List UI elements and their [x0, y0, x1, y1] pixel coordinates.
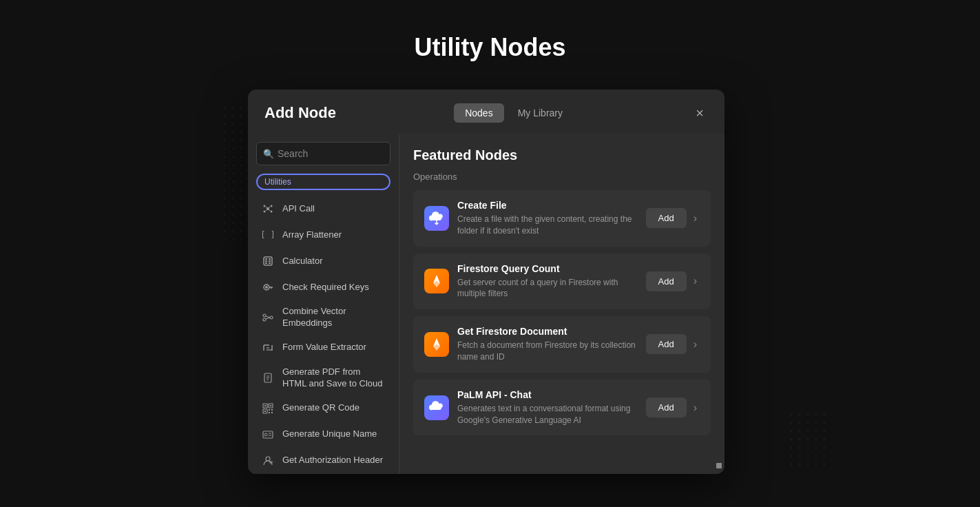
sidebar-label-generate-name: Generate Unique Name	[282, 428, 377, 440]
operations-label: Operations	[413, 172, 711, 182]
featured-nodes-title: Featured Nodes	[413, 147, 711, 163]
main-content: Featured Nodes Operations Create File Cr…	[399, 134, 724, 474]
auth-icon	[260, 453, 275, 468]
svg-rect-13	[269, 260, 271, 262]
svg-rect-43	[271, 412, 273, 413]
svg-point-17	[265, 286, 268, 289]
get-firestore-info: Get Firestore Document Fetch a document …	[457, 326, 638, 363]
svg-point-21	[263, 318, 266, 321]
svg-rect-9	[264, 257, 272, 265]
combine-icon	[260, 310, 275, 325]
firestore-query-name: Firestore Query Count	[457, 263, 638, 274]
decorative-dots-right	[787, 411, 828, 466]
modal-header: Add Node Nodes My Library ×	[248, 90, 724, 134]
get-firestore-icon	[424, 332, 449, 357]
svg-point-48	[266, 457, 270, 461]
modal-tabs: Nodes My Library	[454, 103, 574, 123]
add-node-modal: Add Node Nodes My Library × 🔍 Utilities …	[248, 90, 724, 474]
tab-my-library[interactable]: My Library	[507, 103, 574, 123]
search-input[interactable]	[256, 142, 390, 165]
svg-rect-12	[265, 260, 267, 262]
svg-point-1	[264, 205, 266, 207]
svg-rect-41	[271, 409, 273, 411]
modal-body: 🔍 Utilities API Call [ ] Array Flattener	[248, 134, 724, 474]
svg-line-24	[266, 318, 270, 319]
svg-rect-10	[265, 258, 267, 260]
add-palm-chat-button[interactable]: Add	[646, 397, 687, 417]
sidebar-item-calculator[interactable]: Calculator	[256, 248, 390, 274]
close-button[interactable]: ×	[691, 105, 708, 121]
sidebar-label-generate-qr: Generate QR Code	[282, 402, 359, 414]
firestore-query-actions: Add ›	[646, 271, 700, 291]
palm-chat-info: PaLM API - Chat Generates text in a conv…	[457, 389, 638, 426]
firestore-query-icon	[424, 269, 449, 293]
sidebar-item-array-flattener[interactable]: [ ] Array Flattener	[256, 222, 390, 248]
search-icon: 🔍	[263, 149, 274, 159]
svg-rect-49	[269, 461, 273, 464]
calculator-icon	[260, 254, 275, 269]
sidebar-item-generate-qr[interactable]: Generate QR Code	[256, 395, 390, 422]
svg-rect-39	[264, 411, 266, 412]
svg-rect-42	[269, 412, 270, 413]
tab-nodes[interactable]: Nodes	[454, 103, 503, 123]
sidebar-label-calculator: Calculator	[282, 256, 323, 267]
svg-rect-15	[269, 262, 271, 264]
array-flattener-icon: [ ]	[260, 227, 275, 242]
svg-point-4	[271, 211, 273, 213]
sidebar-item-combine-vector[interactable]: Combine Vector Embeddings	[256, 300, 390, 335]
create-file-info: Create File Create a file with the given…	[457, 200, 638, 237]
add-firestore-query-button[interactable]: Add	[646, 271, 687, 291]
get-firestore-name: Get Firestore Document	[457, 326, 638, 337]
palm-chat-desc: Generates text in a conversational forma…	[457, 403, 638, 426]
sidebar-item-get-auth[interactable]: Get Authorization Header	[256, 448, 390, 474]
palm-chat-icon	[424, 395, 449, 420]
sidebar-item-generate-name[interactable]: Generate Unique Name	[256, 422, 390, 448]
palm-chat-actions: Add ›	[646, 397, 700, 417]
sidebar-label-generate-pdf: Generate PDF from HTML and Save to Cloud	[282, 366, 386, 390]
sidebar-label-array-flattener: Array Flattener	[282, 229, 342, 241]
modal-title: Add Node	[264, 104, 336, 122]
svg-rect-35	[264, 405, 266, 406]
chevron-palm-chat-button[interactable]: ›	[691, 399, 700, 417]
svg-point-20	[263, 314, 266, 317]
sidebar-item-check-required-keys[interactable]: Check Required Keys	[256, 274, 390, 300]
sidebar-item-form-value[interactable]: Form Value Extractor	[256, 335, 390, 361]
sidebar-label-api-call: API Call	[282, 203, 315, 215]
firestore-query-info: Firestore Query Count Get server count o…	[457, 263, 638, 300]
sidebar-item-generate-pdf[interactable]: Generate PDF from HTML and Save to Cloud	[256, 361, 390, 395]
svg-rect-37	[270, 405, 271, 406]
create-file-name: Create File	[457, 200, 638, 211]
utilities-badge[interactable]: Utilities	[256, 174, 390, 190]
sidebar-label-get-auth: Get Authorization Header	[282, 455, 383, 466]
svg-line-7	[266, 209, 267, 211]
chevron-firestore-query-button[interactable]: ›	[691, 272, 700, 290]
node-card-get-firestore-doc: Get Firestore Document Fetch a document …	[413, 316, 711, 373]
svg-point-22	[270, 316, 273, 319]
chevron-get-firestore-button[interactable]: ›	[691, 335, 700, 353]
node-card-firestore-query-count: Firestore Query Count Get server count o…	[413, 254, 711, 310]
get-firestore-desc: Fetch a document from Firestore by its c…	[457, 340, 638, 363]
api-call-icon	[260, 201, 275, 216]
form-icon	[260, 340, 275, 355]
svg-point-45	[264, 433, 267, 436]
node-card-create-file: Create File Create a file with the given…	[413, 190, 711, 247]
svg-point-3	[264, 211, 266, 213]
add-get-firestore-button[interactable]: Add	[646, 334, 687, 354]
qr-icon	[260, 401, 275, 416]
add-create-file-button[interactable]: Add	[646, 208, 687, 228]
svg-rect-11	[269, 258, 271, 260]
get-firestore-actions: Add ›	[646, 334, 700, 354]
id-icon	[260, 427, 275, 442]
node-card-palm-chat: PaLM API - Chat Generates text in a conv…	[413, 380, 711, 436]
pdf-icon	[260, 371, 275, 386]
page-title: Utility Nodes	[414, 33, 565, 62]
sidebar-item-api-call[interactable]: API Call	[256, 196, 390, 222]
chevron-create-file-button[interactable]: ›	[691, 209, 700, 227]
svg-line-5	[266, 207, 267, 208]
palm-chat-name: PaLM API - Chat	[457, 389, 638, 400]
svg-rect-40	[269, 409, 270, 411]
search-container: 🔍	[256, 142, 390, 165]
sidebar-label-form-value: Form Value Extractor	[282, 342, 366, 353]
scroll-indicator	[716, 463, 722, 468]
create-file-actions: Add ›	[646, 208, 700, 228]
